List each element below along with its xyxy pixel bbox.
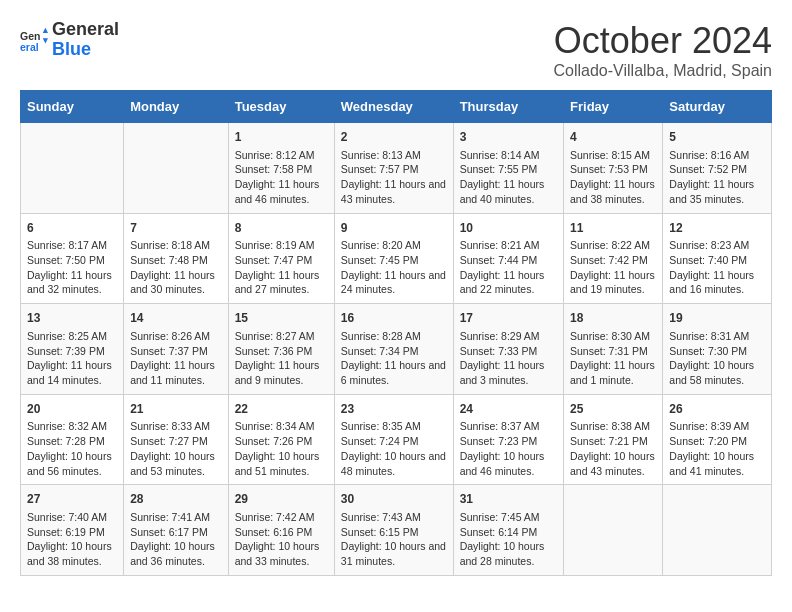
day-number: 22 [235,401,328,418]
week-row-2: 6Sunrise: 8:17 AMSunset: 7:50 PMDaylight… [21,213,772,304]
calendar-cell: 28Sunrise: 7:41 AMSunset: 6:17 PMDayligh… [124,485,229,576]
day-info: Sunrise: 8:16 AMSunset: 7:52 PMDaylight:… [669,148,765,207]
calendar-table: SundayMondayTuesdayWednesdayThursdayFrid… [20,90,772,576]
day-number: 12 [669,220,765,237]
day-number: 20 [27,401,117,418]
calendar-cell: 12Sunrise: 8:23 AMSunset: 7:40 PMDayligh… [663,213,772,304]
calendar-cell: 18Sunrise: 8:30 AMSunset: 7:31 PMDayligh… [564,304,663,395]
calendar-cell: 25Sunrise: 8:38 AMSunset: 7:21 PMDayligh… [564,394,663,485]
calendar-cell: 1Sunrise: 8:12 AMSunset: 7:58 PMDaylight… [228,123,334,214]
day-info: Sunrise: 8:22 AMSunset: 7:42 PMDaylight:… [570,238,656,297]
day-info: Sunrise: 8:38 AMSunset: 7:21 PMDaylight:… [570,419,656,478]
day-number: 28 [130,491,222,508]
calendar-cell: 22Sunrise: 8:34 AMSunset: 7:26 PMDayligh… [228,394,334,485]
day-info: Sunrise: 8:37 AMSunset: 7:23 PMDaylight:… [460,419,557,478]
header-wednesday: Wednesday [334,91,453,123]
day-info: Sunrise: 8:19 AMSunset: 7:47 PMDaylight:… [235,238,328,297]
calendar-cell: 27Sunrise: 7:40 AMSunset: 6:19 PMDayligh… [21,485,124,576]
day-number: 16 [341,310,447,327]
calendar-cell: 14Sunrise: 8:26 AMSunset: 7:37 PMDayligh… [124,304,229,395]
day-number: 19 [669,310,765,327]
calendar-cell: 17Sunrise: 8:29 AMSunset: 7:33 PMDayligh… [453,304,563,395]
day-info: Sunrise: 7:43 AMSunset: 6:15 PMDaylight:… [341,510,447,569]
day-info: Sunrise: 8:17 AMSunset: 7:50 PMDaylight:… [27,238,117,297]
logo-icon: Gen eral [20,26,48,54]
day-info: Sunrise: 7:40 AMSunset: 6:19 PMDaylight:… [27,510,117,569]
header-saturday: Saturday [663,91,772,123]
svg-marker-2 [43,28,48,33]
day-number: 8 [235,220,328,237]
calendar-cell: 29Sunrise: 7:42 AMSunset: 6:16 PMDayligh… [228,485,334,576]
calendar-cell: 10Sunrise: 8:21 AMSunset: 7:44 PMDayligh… [453,213,563,304]
day-number: 4 [570,129,656,146]
day-number: 3 [460,129,557,146]
calendar-cell: 2Sunrise: 8:13 AMSunset: 7:57 PMDaylight… [334,123,453,214]
day-info: Sunrise: 8:39 AMSunset: 7:20 PMDaylight:… [669,419,765,478]
svg-marker-3 [43,38,48,43]
title-block: October 2024 Collado-Villalba, Madrid, S… [554,20,773,80]
calendar-cell: 19Sunrise: 8:31 AMSunset: 7:30 PMDayligh… [663,304,772,395]
day-number: 13 [27,310,117,327]
day-info: Sunrise: 8:28 AMSunset: 7:34 PMDaylight:… [341,329,447,388]
svg-text:eral: eral [20,40,39,52]
day-number: 6 [27,220,117,237]
calendar-cell: 20Sunrise: 8:32 AMSunset: 7:28 PMDayligh… [21,394,124,485]
week-row-4: 20Sunrise: 8:32 AMSunset: 7:28 PMDayligh… [21,394,772,485]
calendar-cell: 30Sunrise: 7:43 AMSunset: 6:15 PMDayligh… [334,485,453,576]
day-info: Sunrise: 8:21 AMSunset: 7:44 PMDaylight:… [460,238,557,297]
calendar-cell: 31Sunrise: 7:45 AMSunset: 6:14 PMDayligh… [453,485,563,576]
day-info: Sunrise: 7:45 AMSunset: 6:14 PMDaylight:… [460,510,557,569]
calendar-cell: 13Sunrise: 8:25 AMSunset: 7:39 PMDayligh… [21,304,124,395]
header-sunday: Sunday [21,91,124,123]
calendar-cell [564,485,663,576]
day-info: Sunrise: 8:26 AMSunset: 7:37 PMDaylight:… [130,329,222,388]
day-number: 1 [235,129,328,146]
week-row-3: 13Sunrise: 8:25 AMSunset: 7:39 PMDayligh… [21,304,772,395]
page-title: October 2024 [554,20,773,62]
day-number: 29 [235,491,328,508]
day-number: 31 [460,491,557,508]
day-info: Sunrise: 8:32 AMSunset: 7:28 PMDaylight:… [27,419,117,478]
day-number: 25 [570,401,656,418]
day-number: 30 [341,491,447,508]
day-number: 23 [341,401,447,418]
calendar-cell: 6Sunrise: 8:17 AMSunset: 7:50 PMDaylight… [21,213,124,304]
header-thursday: Thursday [453,91,563,123]
week-row-1: 1Sunrise: 8:12 AMSunset: 7:58 PMDaylight… [21,123,772,214]
day-info: Sunrise: 8:25 AMSunset: 7:39 PMDaylight:… [27,329,117,388]
calendar-cell: 5Sunrise: 8:16 AMSunset: 7:52 PMDaylight… [663,123,772,214]
day-info: Sunrise: 8:34 AMSunset: 7:26 PMDaylight:… [235,419,328,478]
day-number: 11 [570,220,656,237]
calendar-cell: 21Sunrise: 8:33 AMSunset: 7:27 PMDayligh… [124,394,229,485]
header-tuesday: Tuesday [228,91,334,123]
day-info: Sunrise: 7:42 AMSunset: 6:16 PMDaylight:… [235,510,328,569]
header-monday: Monday [124,91,229,123]
day-number: 18 [570,310,656,327]
calendar-cell: 16Sunrise: 8:28 AMSunset: 7:34 PMDayligh… [334,304,453,395]
day-info: Sunrise: 8:12 AMSunset: 7:58 PMDaylight:… [235,148,328,207]
calendar-cell: 3Sunrise: 8:14 AMSunset: 7:55 PMDaylight… [453,123,563,214]
day-info: Sunrise: 8:30 AMSunset: 7:31 PMDaylight:… [570,329,656,388]
calendar-cell: 15Sunrise: 8:27 AMSunset: 7:36 PMDayligh… [228,304,334,395]
day-number: 21 [130,401,222,418]
week-row-5: 27Sunrise: 7:40 AMSunset: 6:19 PMDayligh… [21,485,772,576]
header-friday: Friday [564,91,663,123]
day-number: 26 [669,401,765,418]
calendar-cell [124,123,229,214]
calendar-cell: 8Sunrise: 8:19 AMSunset: 7:47 PMDaylight… [228,213,334,304]
header-row: SundayMondayTuesdayWednesdayThursdayFrid… [21,91,772,123]
page-header: Gen eral GeneralBlue October 2024 Collad… [20,20,772,80]
day-info: Sunrise: 7:41 AMSunset: 6:17 PMDaylight:… [130,510,222,569]
day-number: 10 [460,220,557,237]
calendar-cell: 4Sunrise: 8:15 AMSunset: 7:53 PMDaylight… [564,123,663,214]
day-info: Sunrise: 8:13 AMSunset: 7:57 PMDaylight:… [341,148,447,207]
calendar-cell [663,485,772,576]
day-number: 24 [460,401,557,418]
day-number: 15 [235,310,328,327]
day-info: Sunrise: 8:23 AMSunset: 7:40 PMDaylight:… [669,238,765,297]
calendar-cell: 9Sunrise: 8:20 AMSunset: 7:45 PMDaylight… [334,213,453,304]
day-info: Sunrise: 8:29 AMSunset: 7:33 PMDaylight:… [460,329,557,388]
day-info: Sunrise: 8:35 AMSunset: 7:24 PMDaylight:… [341,419,447,478]
day-number: 17 [460,310,557,327]
logo: Gen eral GeneralBlue [20,20,119,60]
